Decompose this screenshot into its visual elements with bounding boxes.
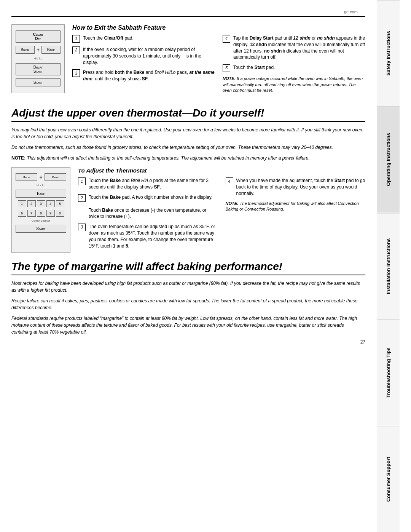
numpad-0: 0 [56,210,64,217]
thermo-step-text-1: Touch the Bake and Broil Hi/Lo pads at t… [89,177,218,190]
sidebar-label-operating: Operating Instructions [386,133,391,186]
step-1: 1 Touch the Clear/Off pad. [72,35,215,43]
sabbath-note: NOTE: If a power outage occurred while t… [223,76,365,93]
thermostat-main-title: Adjust the upper oven thermostat—Do it y… [11,107,365,122]
sabbath-section: ClearOff Broil + Bake Hi / Lo DelayStart… [11,19,365,101]
sabbath-title: How to Exit the Sabbath Feature [72,24,365,31]
sidebar-label-safety: Safety Instructions [386,31,391,76]
thermo-start-btn: Start [16,225,66,233]
thermo-step-1: 1 Touch the Bake and Broil Hi/Lo pads at… [78,177,218,190]
thermo-bake-top-btn: Bake [45,173,66,181]
thermo-col-right: 4 When you have made the adjustment, tou… [226,177,366,253]
sidebar-tab-installation[interactable]: Installation Instructions [377,213,400,319]
numpad-8: 8 [37,210,45,217]
numpad-6: 6 [18,210,26,217]
sidebar-tab-troubleshooting[interactable]: Troubleshooting Tips [377,319,400,425]
numpad-7: 7 [27,210,36,217]
step-num-4: 4 [223,35,230,43]
thermo-step-num-2: 2 [78,194,86,202]
step-3: 3 Press and hold both the Bake and Broil… [72,69,215,82]
step-text-3: Press and hold both the Bake and Broil H… [83,69,215,82]
sidebar-label-consumer: Consumer Support [386,457,391,502]
broil-bake-row: Broil + Bake [16,46,61,54]
right-sidebar: Safety Instructions Operating Instructio… [377,0,400,532]
top-bar: ge.com [11,8,365,17]
oven-panel-thermostat: Broil + Bake Hi / Lo Bake 1 2 3 4 5 6 7 … [11,167,70,253]
numpad-5: 5 [56,200,64,207]
step-5: 5 Touch the Start pad. [223,64,365,72]
step-num-3: 3 [72,69,80,77]
thermo-hilo-label: Hi / Lo [37,184,45,187]
sabbath-steps-container: 1 Touch the Clear/Off pad. 2 If the oven… [72,35,365,93]
delay-start-button: DelayStart [16,63,61,75]
thermo-step-3: 3 The oven temperature can be adjusted u… [78,224,218,249]
sabbath-col-left: 1 Touch the Clear/Off pad. 2 If the oven… [72,35,215,93]
thermo-step-text-4: When you have made the adjustment, touch… [236,177,366,197]
control-lockout-label: Control Lockout [32,219,50,222]
thermo-step-num-1: 1 [78,177,86,185]
website-label: ge.com [344,10,358,14]
margarine-para1: Most recipes for baking have been develo… [11,280,365,294]
step-text-1: Touch the Clear/Off pad. [83,35,215,43]
thermo-broil-btn: Broil [16,173,37,181]
step-2: 2 If the oven is cooking, wait for a ran… [72,46,215,66]
step-num-2: 2 [72,46,80,54]
page-number: 27 [11,339,365,345]
thermostat-subsection: Broil + Bake Hi / Lo Bake 1 2 3 4 5 6 7 … [11,167,365,253]
thermo-plus: + [39,174,42,180]
thermo-step-text-3: The oven temperature can be adjusted up … [89,224,218,249]
oven-panel-sabbath: ClearOff Broil + Bake Hi / Lo DelayStart… [11,24,65,93]
thermostat-sub-title: To Adjust the Thermostat [78,167,365,174]
thermostat-broil-bake-row: Broil + Bake [16,173,66,181]
numpad-row1: 1 2 3 4 5 [18,200,64,207]
step-num-1: 1 [72,35,80,43]
thermostat-instructions: To Adjust the Thermostat 1 Touch the Bak… [78,167,365,253]
margarine-para3: Federal standards require products label… [11,315,365,335]
step-text-2: If the oven is cooking, wait for a rando… [83,46,215,66]
thermo-bake-mid-btn: Bake [16,190,66,198]
sidebar-label-troubleshooting: Troubleshooting Tips [386,347,391,398]
margarine-main-title: The type of margarine will affect baking… [11,260,365,275]
sabbath-col-right: 4 Tap the Delay Start pad until 12 shdn … [223,35,365,93]
thermo-step-text-2: Touch the Bake pad. A two digit number s… [89,194,218,220]
numpad-9: 9 [46,210,55,217]
sidebar-tab-consumer[interactable]: Consumer Support [377,426,400,532]
numpad-3: 3 [37,200,45,207]
thermo-steps-container: 1 Touch the Bake and Broil Hi/Lo pads at… [78,177,365,253]
step-text-4: Tap the Delay Start pad until 12 shdn or… [233,35,365,61]
thermo-step-num-4: 4 [226,177,233,185]
numpad-row2: 6 7 8 9 0 [18,210,64,217]
sidebar-tab-operating[interactable]: Operating Instructions [377,106,400,212]
step-4: 4 Tap the Delay Start pad until 12 shdn … [223,35,365,61]
thermo-note: NOTE: The thermostat adjustment for Baki… [226,201,366,212]
sidebar-label-installation: Installation Instructions [386,238,391,294]
clear-off-button: ClearOff [16,30,61,43]
plus-sign: + [37,47,40,53]
sabbath-instructions: How to Exit the Sabbath Feature 1 Touch … [72,24,365,93]
start-button: Start [16,78,61,86]
step-num-5: 5 [223,64,230,72]
numpad-2: 2 [27,200,36,207]
thermo-step-num-3: 3 [78,224,86,231]
thermo-step-2: 2 Touch the Bake pad. A two digit number… [78,194,218,220]
thermo-col-left: 1 Touch the Bake and Broil Hi/Lo pads at… [78,177,218,253]
hi-lo-label: Hi / Lo [33,57,42,60]
numpad-4: 4 [46,200,55,207]
sidebar-tab-safety[interactable]: Safety Instructions [377,0,400,106]
margarine-para2: Recipe failure can result if cakes, pies… [11,297,365,311]
broil-button: Broil [16,46,35,54]
thermo-step-4: 4 When you have made the adjustment, tou… [226,177,366,197]
thermostat-desc1: You may find that your new oven cooks di… [11,126,365,140]
thermostat-note-main: NOTE: This adjustment will not affect th… [11,155,365,161]
bake-button: Bake [41,46,61,54]
numpad-1: 1 [18,200,26,207]
thermostat-desc2: Do not use thermometers, such as those f… [11,144,365,151]
step-text-5: Touch the Start pad. [233,64,365,72]
